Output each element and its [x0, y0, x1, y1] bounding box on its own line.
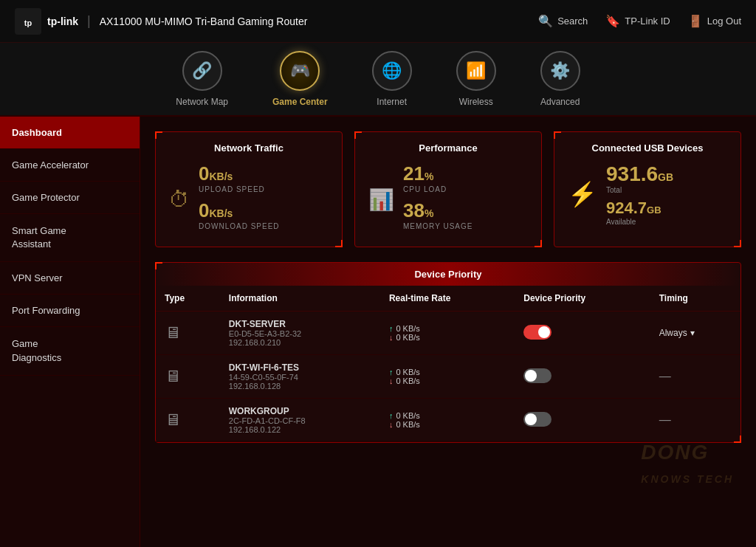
cpu-value: 21%	[403, 162, 528, 185]
sidebar-item-game-accelerator[interactable]: Game Accelerator	[0, 149, 140, 182]
device-ip: 192.168.0.128	[229, 382, 371, 391]
col-type: Type	[156, 286, 220, 312]
sidebar-item-game-protector[interactable]: Game Protector	[0, 182, 140, 214]
device-ip: 192.168.0.122	[229, 425, 371, 434]
device-name: DKT-SERVER	[229, 319, 371, 329]
cpu-label: CPU Load	[403, 185, 528, 193]
upload-rate: ↑ 0 KB/s	[389, 324, 506, 333]
router-model: AX11000 MU-MIMO Tri-Band Gaming Router	[100, 16, 308, 27]
nav-icon-internet: 🌐	[372, 51, 412, 91]
download-rate: ↓ 0 KB/s	[389, 420, 506, 429]
usb-available-value: 924.7GB	[606, 199, 727, 218]
device-mac: E0-D5-5E-A3-B2-32	[229, 329, 371, 338]
nav-item-game-center[interactable]: 🎮 Game Center	[272, 51, 328, 107]
upload-metric: 0KB/s UPLOAD SPEED	[199, 162, 329, 193]
sidebar-item-vpn-server[interactable]: VPN Server	[0, 262, 140, 295]
usb-icon: ⚡	[568, 180, 597, 208]
col-timing: Timing	[650, 286, 740, 312]
device-type-icon: 🖥	[165, 410, 181, 429]
sidebar-item-port-forwarding[interactable]: Port Forwarding	[0, 295, 140, 327]
performance-content: 📊 21% CPU Load 38% Memory Usa	[368, 162, 528, 236]
logo: tp tp-link	[15, 8, 78, 35]
logout-icon: 🚪	[688, 14, 703, 28]
priority-toggle[interactable]	[523, 412, 551, 427]
download-rate: ↓ 0 KB/s	[389, 333, 506, 342]
main-nav: 🔗 Network Map 🎮 Game Center 🌐 Internet 📶…	[0, 43, 756, 117]
timing-dropdown[interactable]: Always ▾	[659, 328, 732, 338]
header-actions: 🔍 Search 🔖 TP-Link ID 🚪 Log Out	[538, 14, 741, 28]
tplink-id-icon: 🔖	[605, 14, 620, 28]
performance-card: Performance 📊 21% CPU Load 38%	[354, 131, 542, 247]
device-mac: 14-59-C0-55-0F-74	[229, 373, 371, 382]
network-traffic-title: Network Traffic	[169, 142, 329, 154]
device-priority-title: Device Priority	[156, 263, 740, 286]
upload-rate: ↑ 0 KB/s	[389, 368, 506, 376]
watermark: DONGKNOWS TECH	[641, 441, 734, 488]
logo-text: tp-link	[47, 16, 78, 27]
upload-value: 0KB/s	[199, 162, 329, 185]
usb-card: Connected USB Devices ⚡ 931.6GB Total 92…	[554, 131, 741, 247]
nav-item-internet[interactable]: 🌐 Internet	[372, 51, 412, 107]
table-row: 🖥 DKT-WI-FI-6-TES 14-59-C0-55-0F-74 192.…	[156, 355, 740, 399]
usb-available-label: Available	[606, 218, 727, 226]
logout-button[interactable]: 🚪 Log Out	[688, 14, 741, 28]
col-device-priority: Device Priority	[515, 286, 650, 312]
usb-total-value: 931.6GB	[606, 162, 727, 186]
usb-content: ⚡ 931.6GB Total 924.7GB Available	[568, 162, 727, 226]
usb-title: Connected USB Devices	[568, 142, 727, 154]
toggle-knob	[525, 370, 537, 382]
timing-dash: —	[659, 370, 671, 382]
device-mac: 2C-FD-A1-CD-CF-F8	[229, 416, 371, 425]
device-name: DKT-WI-FI-6-TES	[229, 362, 371, 373]
upload-label: UPLOAD SPEED	[199, 185, 329, 193]
table-row: 🖥 WORKGROUP 2C-FD-A1-CD-CF-F8 192.168.0.…	[156, 399, 740, 442]
network-traffic-content: ⏱ 0KB/s UPLOAD SPEED 0KB/s DOW	[169, 162, 329, 236]
priority-toggle[interactable]	[523, 368, 551, 383]
device-name: WORKGROUP	[229, 406, 371, 416]
performance-title: Performance	[368, 142, 528, 154]
sidebar-item-smart-game-assistant[interactable]: Smart GameAssistant	[0, 214, 140, 262]
header-divider: |	[87, 13, 91, 29]
performance-metrics: 21% CPU Load 38% Memory Usage	[403, 162, 528, 236]
speedometer-icon: ⏱	[169, 188, 190, 212]
nav-icon-game-center: 🎮	[280, 51, 320, 91]
memory-value: 38%	[403, 199, 528, 222]
download-metric: 0KB/s DOWNLOAD SPEED	[199, 199, 329, 230]
sidebar-item-game-diagnostics[interactable]: GameDiagnostics	[0, 327, 140, 375]
download-value: 0KB/s	[199, 199, 329, 222]
memory-metric: 38% Memory Usage	[403, 199, 528, 230]
device-priority-section: Device Priority Type Information Real-ti…	[155, 262, 741, 443]
sidebar: Dashboard Game Accelerator Game Protecto…	[0, 117, 140, 547]
nav-icon-advanced: ⚙️	[540, 51, 580, 91]
memory-label: Memory Usage	[403, 222, 528, 230]
device-type-icon: 🖥	[165, 367, 181, 385]
tp-link-logo-icon: tp	[15, 8, 41, 35]
timing-value: Always	[659, 328, 687, 338]
chevron-down-icon: ▾	[690, 328, 695, 338]
main-layout: Dashboard Game Accelerator Game Protecto…	[0, 117, 756, 547]
usb-metrics: 931.6GB Total 924.7GB Available	[606, 162, 727, 226]
network-traffic-card: Network Traffic ⏱ 0KB/s UPLOAD SPEED 0KB	[155, 131, 343, 247]
nav-item-network-map[interactable]: 🔗 Network Map	[176, 51, 228, 107]
sidebar-item-dashboard[interactable]: Dashboard	[0, 117, 140, 149]
nav-icon-wireless: 📶	[456, 51, 496, 91]
header: tp tp-link | AX11000 MU-MIMO Tri-Band Ga…	[0, 0, 756, 43]
nav-item-advanced[interactable]: ⚙️ Advanced	[540, 51, 580, 107]
network-traffic-metrics: 0KB/s UPLOAD SPEED 0KB/s DOWNLOAD SPEED	[199, 162, 329, 236]
content-area: Network Traffic ⏱ 0KB/s UPLOAD SPEED 0KB	[140, 117, 756, 547]
search-icon: 🔍	[538, 14, 553, 28]
cpu-metric: 21% CPU Load	[403, 162, 528, 193]
tplink-id-button[interactable]: 🔖 TP-Link ID	[605, 14, 670, 28]
nav-item-wireless[interactable]: 📶 Wireless	[456, 51, 496, 107]
svg-text:tp: tp	[24, 18, 32, 27]
device-priority-table: Type Information Real-time Rate Device P…	[156, 286, 740, 442]
device-ip: 192.168.0.210	[229, 338, 371, 347]
priority-toggle[interactable]	[523, 325, 551, 340]
timing-dash: —	[659, 413, 671, 426]
nav-icon-network-map: 🔗	[182, 51, 222, 91]
table-row: 🖥 DKT-SERVER E0-D5-5E-A3-B2-32 192.168.0…	[156, 312, 740, 355]
search-button[interactable]: 🔍 Search	[538, 14, 588, 28]
download-rate: ↓ 0 KB/s	[389, 376, 506, 385]
usb-total-label: Total	[606, 186, 727, 194]
col-realtime-rate: Real-time Rate	[380, 286, 515, 312]
